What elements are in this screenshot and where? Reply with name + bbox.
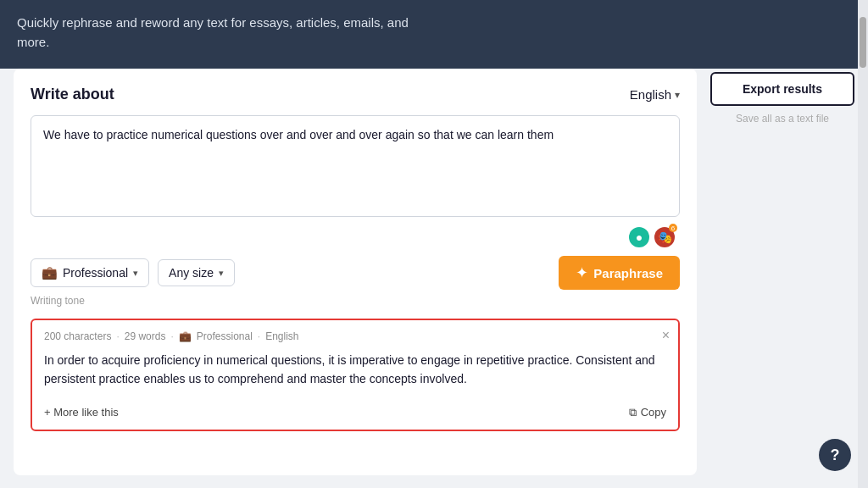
result-box: × 200 characters · 29 words · 💼 Professi… [31,319,680,431]
close-button[interactable]: × [662,329,670,342]
write-textarea[interactable] [31,115,680,217]
writing-tone-label: Writing tone [31,295,680,307]
result-meta-icon: 💼 [179,330,192,342]
emoji-icon-green: ● [629,227,649,247]
size-label: Any size [169,266,214,280]
result-footer: + More like this ⧉ Copy [44,399,666,419]
card-title: Write about [31,86,114,103]
help-button[interactable]: ? [819,439,851,471]
textarea-footer: ● 6 🎭 [31,224,680,247]
hero-description: Quickly rephrase and reword any text for… [17,14,424,52]
help-label: ? [831,446,840,464]
more-like-button[interactable]: + More like this [44,406,119,419]
language-select[interactable]: English ▾ [630,87,680,102]
card-header: Write about English ▾ [31,86,680,103]
tone-button[interactable]: 💼 Professional ▾ [31,258,149,287]
paraphrase-label: Paraphrase [593,266,663,280]
result-words: 29 words [125,330,166,342]
paraphrase-button[interactable]: ✦ Paraphrase [559,256,680,290]
controls-row: 💼 Professional ▾ Any size ▾ ✦ Paraphrase [31,256,680,290]
dot-separator-2: · [170,330,173,342]
scrollbar[interactable] [858,0,868,488]
copy-label: Copy [641,406,666,419]
copy-button[interactable]: ⧉ Copy [629,406,666,419]
result-text: In order to acquire proficiency in numer… [44,351,666,389]
emoji-icon-brown: 6 🎭 [654,227,675,247]
main-card: Write about English ▾ ● 6 🎭 💼 Profession… [14,69,697,475]
export-button[interactable]: Export results [710,72,854,106]
language-chevron-icon: ▾ [675,89,680,101]
result-meta: 200 characters · 29 words · 💼 Profession… [44,330,666,342]
more-like-label: + More like this [44,406,119,419]
tone-chevron-icon: ▾ [133,268,138,279]
tone-label: Professional [63,266,128,280]
briefcase-icon: 💼 [42,265,58,280]
hero-section: Quickly rephrase and reword any text for… [0,0,868,69]
size-chevron-icon: ▾ [219,268,224,279]
result-meta-tone: Professional [197,330,253,342]
scrollbar-thumb[interactable] [860,17,866,68]
main-content: Write about English ▾ ● 6 🎭 💼 Profession… [0,69,868,488]
result-chars: 200 characters [44,330,111,342]
save-text: Save all as a text file [710,113,854,125]
copy-icon: ⧉ [629,406,637,419]
dot-separator-1: · [116,330,119,342]
paraphrase-plus-icon: ✦ [576,263,588,282]
sidebar: Export results Save all as a text file [710,69,854,475]
language-label: English [630,87,671,102]
result-meta-lang: English [265,330,298,342]
dot-separator-3: · [258,330,260,342]
size-button[interactable]: Any size ▾ [158,259,235,286]
export-label: Export results [743,82,822,96]
